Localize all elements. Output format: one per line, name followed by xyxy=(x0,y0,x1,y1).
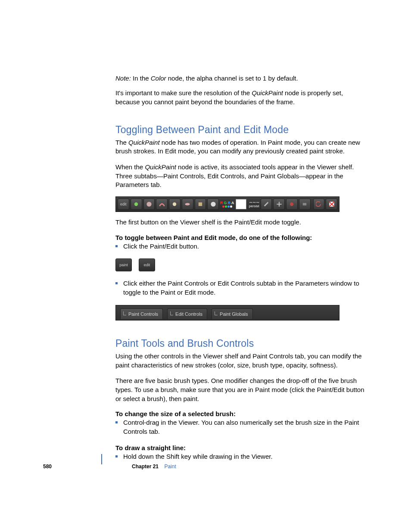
note-text-b: node, the alpha channel is set to 1 by d… xyxy=(166,75,298,82)
list-item: Hold down the Shift key while drawing in… xyxy=(115,452,368,461)
intro-paragraph: It's important to make sure the resoluti… xyxy=(115,89,368,106)
new-icon[interactable] xyxy=(326,199,337,210)
footer-chapter: Chapter 21 Paint xyxy=(132,464,176,470)
tool-icon-1[interactable] xyxy=(261,199,272,210)
note-text-a: In the xyxy=(133,75,151,82)
brush-clone-icon[interactable] xyxy=(169,199,181,210)
svg-rect-7 xyxy=(303,203,306,205)
tab-edit-controls[interactable]: Edit Controls xyxy=(167,308,207,319)
instruction-heading-toggle: To toggle between Paint and Edit mode, d… xyxy=(115,234,368,241)
tool-icon-4[interactable] xyxy=(299,199,311,210)
section-heading-toggle: Toggling Between Paint and Edit Mode xyxy=(115,124,368,136)
rgba-channel-indicator[interactable]: RGBA xyxy=(220,201,234,208)
page-footer: 580 Chapter 21 Paint xyxy=(43,464,379,470)
bullet-list-toggle-1: Click the Paint/Edit button. xyxy=(115,242,368,251)
brush-texture-icon[interactable] xyxy=(207,199,219,210)
note-italic: Color xyxy=(151,75,166,82)
paint-edit-chip-pair: paint edit xyxy=(115,258,368,271)
tool-icon-2[interactable] xyxy=(273,199,285,210)
svg-point-1 xyxy=(146,202,151,206)
intro-italic: QuickPaint xyxy=(252,89,283,96)
brush-soft-icon[interactable] xyxy=(143,199,155,210)
undo-icon[interactable] xyxy=(313,199,325,210)
paint-edit-toggle-button[interactable]: edit xyxy=(118,199,129,210)
tab-paint-globals[interactable]: Paint Globals xyxy=(212,308,252,319)
svg-point-2 xyxy=(173,202,176,206)
note-paragraph: Note: In the Color node, the alpha chann… xyxy=(115,74,368,83)
section2-paragraph-1: Using the other controls in the Viewer s… xyxy=(115,352,368,370)
instruction-heading-brush-size: To change the size of a selected brush: xyxy=(115,410,368,417)
list-item: Click the Paint/Edit button. xyxy=(115,242,368,251)
footer-divider xyxy=(101,454,102,464)
svg-point-6 xyxy=(290,202,293,206)
viewer-shelf-toolbar: edit RGBA ∼∼∼ persist xyxy=(115,196,339,212)
persist-mode-button[interactable]: ∼∼∼ persist xyxy=(249,201,259,208)
section1-paragraph-1: The QuickPaint node has two modes of ope… xyxy=(115,138,368,156)
brush-hard-icon[interactable] xyxy=(131,199,142,210)
svg-point-3 xyxy=(185,203,190,205)
brush-smear-icon[interactable] xyxy=(156,199,168,210)
section1-paragraph-2: When the QuickPaint node is active, its … xyxy=(115,163,368,190)
section2-paragraph-2: There are five basic brush types. One mo… xyxy=(115,376,368,403)
paint-mode-chip[interactable]: paint xyxy=(115,258,132,271)
chapter-label: Chapter 21 xyxy=(132,464,159,470)
edit-mode-chip[interactable]: edit xyxy=(139,258,155,271)
bullet-list-brush-size: Control-drag in the Viewer. You can also… xyxy=(115,418,368,436)
list-item: Control-drag in the Viewer. You can also… xyxy=(115,418,368,436)
note-label: Note: xyxy=(115,75,131,82)
chapter-title: Paint xyxy=(164,464,176,470)
intro-text-a: It's important to make sure the resoluti… xyxy=(115,89,252,96)
svg-point-5 xyxy=(211,202,215,206)
tab-paint-controls[interactable]: Paint Controls xyxy=(120,308,163,319)
brush-eraser-icon[interactable] xyxy=(195,199,206,210)
tool-icon-3[interactable] xyxy=(286,199,298,210)
document-page: Note: In the Color node, the alpha chann… xyxy=(0,0,411,495)
bullet-list-toggle-2: Click either the Paint Controls or Edit … xyxy=(115,279,368,297)
brush-reveal-icon[interactable] xyxy=(182,199,193,210)
svg-rect-4 xyxy=(199,202,202,206)
list-item: Click either the Paint Controls or Edit … xyxy=(115,279,368,297)
parameters-subtabs: Paint Controls Edit Controls Paint Globa… xyxy=(115,305,339,320)
svg-point-0 xyxy=(134,202,138,206)
section-heading-paint-tools: Paint Tools and Brush Controls xyxy=(115,338,368,349)
viewer-shelf-caption: The first button on the Viewer shelf is … xyxy=(115,218,368,227)
bullet-list-straight-line: Hold down the Shift key while drawing in… xyxy=(115,452,368,461)
page-number: 580 xyxy=(43,464,59,470)
color-swatch[interactable] xyxy=(236,199,246,209)
instruction-heading-straight-line: To draw a straight line: xyxy=(115,444,368,451)
